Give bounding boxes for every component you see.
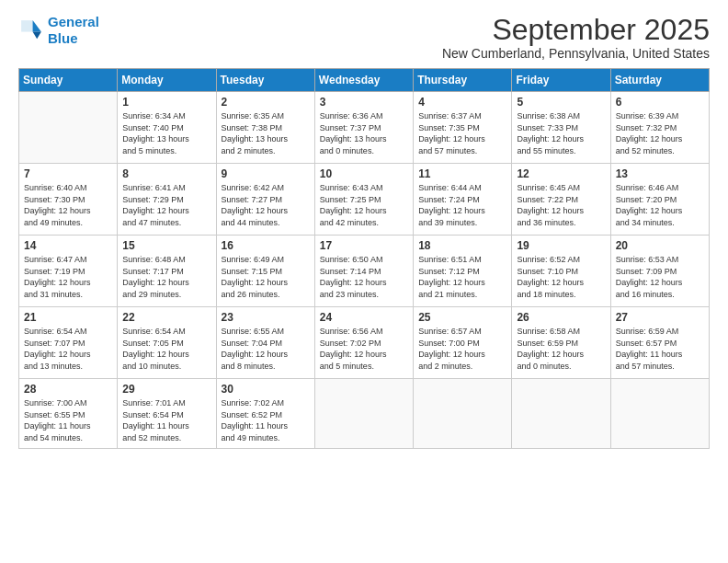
day-info: Sunrise: 6:57 AM Sunset: 7:00 PM Dayligh… [418,326,506,372]
day-number: 8 [122,167,210,180]
calendar-cell: 19Sunrise: 6:52 AM Sunset: 7:10 PM Dayli… [512,236,610,307]
weekday-header-monday: Monday [118,69,216,92]
calendar-cell: 4Sunrise: 6:37 AM Sunset: 7:35 PM Daylig… [414,92,512,164]
day-info: Sunrise: 6:42 AM Sunset: 7:27 PM Dayligh… [222,182,310,228]
day-number: 22 [122,311,210,324]
day-info: Sunrise: 6:56 AM Sunset: 7:02 PM Dayligh… [320,326,408,372]
day-number: 15 [122,239,210,252]
day-number: 24 [320,311,408,324]
day-number: 21 [24,311,112,324]
day-info: Sunrise: 6:39 AM Sunset: 7:32 PM Dayligh… [616,110,704,156]
logo-line2: Blue [48,30,78,46]
calendar-cell: 15Sunrise: 6:48 AM Sunset: 7:17 PM Dayli… [118,236,216,307]
calendar-cell: 14Sunrise: 6:47 AM Sunset: 7:19 PM Dayli… [19,236,118,307]
day-number: 27 [616,311,704,324]
weekday-header-tuesday: Tuesday [216,69,314,92]
day-number: 6 [616,96,704,109]
day-info: Sunrise: 6:38 AM Sunset: 7:33 PM Dayligh… [517,110,605,156]
calendar-cell [414,379,512,448]
day-info: Sunrise: 6:37 AM Sunset: 7:35 PM Dayligh… [418,110,506,156]
day-number: 3 [320,96,408,109]
day-info: Sunrise: 6:54 AM Sunset: 7:07 PM Dayligh… [24,326,112,372]
day-number: 12 [517,167,605,180]
calendar-cell [19,92,118,164]
calendar-cell [314,379,413,448]
calendar-cell: 17Sunrise: 6:50 AM Sunset: 7:14 PM Dayli… [314,236,413,307]
week-row-3: 14Sunrise: 6:47 AM Sunset: 7:19 PM Dayli… [19,236,710,307]
page: General Blue September 2025 New Cumberla… [0,0,728,563]
calendar-cell: 24Sunrise: 6:56 AM Sunset: 7:02 PM Dayli… [314,307,413,379]
day-number: 19 [517,239,605,252]
day-number: 26 [517,311,605,324]
day-info: Sunrise: 6:49 AM Sunset: 7:15 PM Dayligh… [222,254,310,300]
logo-text: General Blue [48,14,99,47]
logo-icon [18,17,44,43]
day-number: 28 [24,383,112,396]
day-info: Sunrise: 7:02 AM Sunset: 6:52 PM Dayligh… [222,397,310,443]
day-number: 11 [418,167,506,180]
calendar-cell: 10Sunrise: 6:43 AM Sunset: 7:25 PM Dayli… [314,164,413,236]
calendar-cell: 20Sunrise: 6:53 AM Sunset: 7:09 PM Dayli… [610,236,709,307]
day-info: Sunrise: 6:46 AM Sunset: 7:20 PM Dayligh… [616,182,704,228]
calendar-cell: 12Sunrise: 6:45 AM Sunset: 7:22 PM Dayli… [512,164,610,236]
calendar-cell: 23Sunrise: 6:55 AM Sunset: 7:04 PM Dayli… [216,307,314,379]
calendar-cell: 1Sunrise: 6:34 AM Sunset: 7:40 PM Daylig… [118,92,216,164]
day-info: Sunrise: 6:44 AM Sunset: 7:24 PM Dayligh… [418,182,506,228]
weekday-header-wednesday: Wednesday [314,69,413,92]
day-info: Sunrise: 7:00 AM Sunset: 6:55 PM Dayligh… [24,397,112,443]
calendar-cell: 11Sunrise: 6:44 AM Sunset: 7:24 PM Dayli… [414,164,512,236]
day-info: Sunrise: 6:41 AM Sunset: 7:29 PM Dayligh… [122,182,210,228]
weekday-header-row: SundayMondayTuesdayWednesdayThursdayFrid… [19,69,710,92]
day-info: Sunrise: 7:01 AM Sunset: 6:54 PM Dayligh… [122,397,210,443]
day-number: 5 [517,96,605,109]
location-title: New Cumberland, Pennsylvania, United Sta… [442,46,710,61]
calendar-cell: 25Sunrise: 6:57 AM Sunset: 7:00 PM Dayli… [414,307,512,379]
day-number: 20 [616,239,704,252]
calendar-cell: 9Sunrise: 6:42 AM Sunset: 7:27 PM Daylig… [216,164,314,236]
week-row-2: 7Sunrise: 6:40 AM Sunset: 7:30 PM Daylig… [19,164,710,236]
weekday-header-friday: Friday [512,69,610,92]
day-number: 10 [320,167,408,180]
logo: General Blue [18,14,99,47]
day-info: Sunrise: 6:53 AM Sunset: 7:09 PM Dayligh… [616,254,704,300]
calendar-cell: 3Sunrise: 6:36 AM Sunset: 7:37 PM Daylig… [314,92,413,164]
calendar-cell: 29Sunrise: 7:01 AM Sunset: 6:54 PM Dayli… [118,379,216,448]
day-info: Sunrise: 6:59 AM Sunset: 6:57 PM Dayligh… [616,326,704,372]
calendar-cell: 13Sunrise: 6:46 AM Sunset: 7:20 PM Dayli… [610,164,709,236]
svg-marker-1 [33,32,41,40]
calendar-cell: 27Sunrise: 6:59 AM Sunset: 6:57 PM Dayli… [610,307,709,379]
calendar-cell [512,379,610,448]
day-number: 7 [24,167,112,180]
day-info: Sunrise: 6:52 AM Sunset: 7:10 PM Dayligh… [517,254,605,300]
day-info: Sunrise: 6:34 AM Sunset: 7:40 PM Dayligh… [122,110,210,156]
day-number: 17 [320,239,408,252]
day-number: 13 [616,167,704,180]
calendar-cell: 28Sunrise: 7:00 AM Sunset: 6:55 PM Dayli… [19,379,118,448]
weekday-header-sunday: Sunday [19,69,118,92]
day-info: Sunrise: 6:45 AM Sunset: 7:22 PM Dayligh… [517,182,605,228]
day-number: 9 [222,167,310,180]
day-number: 29 [122,383,210,396]
week-row-4: 21Sunrise: 6:54 AM Sunset: 7:07 PM Dayli… [19,307,710,379]
weekday-header-thursday: Thursday [414,69,512,92]
logo-line1: General [48,14,99,29]
calendar-cell: 16Sunrise: 6:49 AM Sunset: 7:15 PM Dayli… [216,236,314,307]
day-info: Sunrise: 6:40 AM Sunset: 7:30 PM Dayligh… [24,182,112,228]
day-number: 1 [122,96,210,109]
calendar-table: SundayMondayTuesdayWednesdayThursdayFrid… [18,68,710,448]
calendar-cell: 26Sunrise: 6:58 AM Sunset: 6:59 PM Dayli… [512,307,610,379]
week-row-1: 1Sunrise: 6:34 AM Sunset: 7:40 PM Daylig… [19,92,710,164]
calendar-cell: 6Sunrise: 6:39 AM Sunset: 7:32 PM Daylig… [610,92,709,164]
calendar-cell: 7Sunrise: 6:40 AM Sunset: 7:30 PM Daylig… [19,164,118,236]
title-block: September 2025 New Cumberland, Pennsylva… [442,14,710,61]
calendar-cell: 18Sunrise: 6:51 AM Sunset: 7:12 PM Dayli… [414,236,512,307]
calendar-cell: 5Sunrise: 6:38 AM Sunset: 7:33 PM Daylig… [512,92,610,164]
svg-marker-0 [33,20,41,31]
day-number: 4 [418,96,506,109]
calendar-cell [610,379,709,448]
day-number: 30 [222,383,310,396]
day-info: Sunrise: 6:43 AM Sunset: 7:25 PM Dayligh… [320,182,408,228]
day-info: Sunrise: 6:51 AM Sunset: 7:12 PM Dayligh… [418,254,506,300]
day-info: Sunrise: 6:58 AM Sunset: 6:59 PM Dayligh… [517,326,605,372]
header: General Blue September 2025 New Cumberla… [18,14,710,61]
